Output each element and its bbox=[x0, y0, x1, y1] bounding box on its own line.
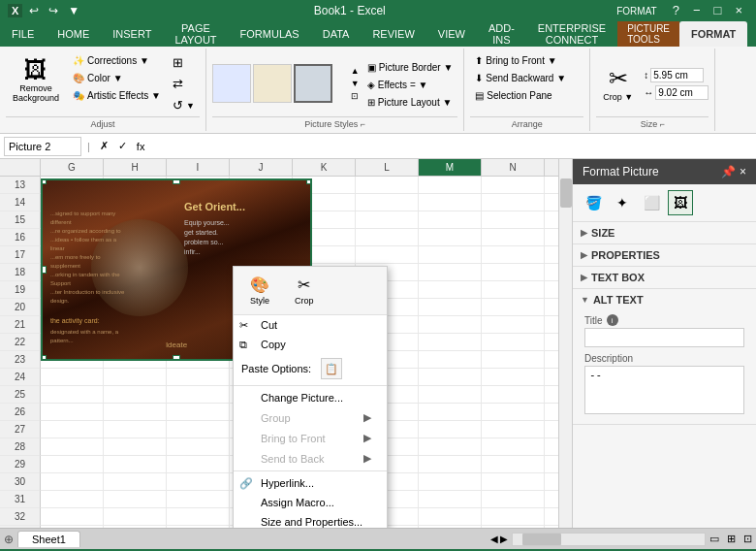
resize-handle-top-left[interactable] bbox=[41, 178, 47, 184]
context-crop-button[interactable]: ✂ Crop bbox=[286, 271, 323, 310]
row-header-24[interactable]: 24 bbox=[0, 369, 41, 386]
context-style-button[interactable]: 🎨 Style bbox=[241, 271, 278, 310]
maximize-button[interactable]: □ bbox=[709, 0, 728, 21]
tab-insert[interactable]: INSERT bbox=[101, 21, 163, 47]
panel-close-button[interactable]: × bbox=[740, 165, 746, 178]
close-button[interactable]: × bbox=[729, 0, 748, 21]
style-1[interactable] bbox=[212, 64, 251, 103]
cell-n13[interactable] bbox=[482, 177, 545, 194]
row-header-28[interactable]: 28 bbox=[0, 438, 41, 456]
row-header-14[interactable]: 14 bbox=[0, 194, 41, 211]
page-layout-view-button[interactable]: ⊞ bbox=[723, 533, 740, 545]
bring-to-front-button[interactable]: ⬆ Bring to Front ▼ bbox=[470, 52, 571, 69]
row-header-31[interactable]: 31 bbox=[0, 491, 41, 508]
row-header-26[interactable]: 26 bbox=[0, 404, 41, 421]
title-info-icon[interactable]: i bbox=[607, 314, 618, 326]
quick-access-button[interactable]: ▼ bbox=[65, 4, 82, 17]
help-button[interactable]: ? bbox=[667, 0, 685, 21]
user-name[interactable]: FORMAT bbox=[616, 6, 664, 16]
styles-more-button[interactable]: ⊡ bbox=[350, 90, 361, 102]
send-backward-button[interactable]: ⬇ Send Backward ▼ bbox=[470, 70, 571, 86]
v-scrollbar-thumb[interactable] bbox=[560, 178, 572, 208]
insert-function-button[interactable]: fx bbox=[133, 139, 149, 153]
corrections-button[interactable]: ✨ Corrections ▼ bbox=[68, 52, 166, 69]
confirm-formula-button[interactable]: ✓ bbox=[114, 139, 131, 153]
add-sheet-button[interactable]: ⊕ bbox=[0, 533, 17, 546]
resize-handle-bottom-center[interactable] bbox=[173, 355, 180, 361]
width-input[interactable] bbox=[655, 85, 709, 100]
tab-home[interactable]: HOME bbox=[46, 21, 101, 47]
selection-pane-button[interactable]: ▤ Selection Pane bbox=[470, 87, 571, 104]
ctx-size-properties[interactable]: Size and Properties... bbox=[234, 512, 387, 528]
ribbon-collapse-button[interactable]: ▲ bbox=[747, 25, 756, 47]
tab-view[interactable]: VIEW bbox=[426, 21, 477, 47]
col-header-h[interactable]: H bbox=[104, 159, 167, 176]
col-header-i[interactable]: I bbox=[167, 159, 230, 176]
resize-handle-top-right[interactable] bbox=[306, 178, 312, 184]
textbox-section-header[interactable]: TEXT BOX bbox=[573, 267, 756, 288]
tab-add-ins[interactable]: ADD-INS bbox=[477, 21, 526, 47]
ctx-hyperlink[interactable]: 🔗 Hyperlink... bbox=[234, 473, 387, 493]
minimize-button[interactable]: − bbox=[687, 0, 707, 21]
panel-icon-fill[interactable]: 🪣 bbox=[581, 190, 606, 215]
tab-page-layout[interactable]: PAGE LAYOUT bbox=[163, 21, 228, 47]
compress-pictures-button[interactable]: ⊞ bbox=[168, 52, 200, 73]
ctx-cut[interactable]: ✂ Cut bbox=[234, 315, 387, 335]
row-header-32[interactable]: 32 bbox=[0, 508, 41, 526]
ctx-assign-macro[interactable]: Assign Macro... bbox=[234, 493, 387, 512]
formula-input[interactable] bbox=[152, 141, 752, 152]
ctx-send-back[interactable]: Send to Back ▶ bbox=[234, 448, 387, 469]
row-header-23[interactable]: 23 bbox=[0, 351, 41, 369]
picture-layout-button[interactable]: ⊞ Picture Layout ▼ bbox=[362, 94, 458, 111]
size-section-header[interactable]: SIZE bbox=[573, 222, 756, 243]
picture-border-button[interactable]: ▣ Picture Border ▼ bbox=[362, 59, 458, 76]
row-header-19[interactable]: 19 bbox=[0, 281, 41, 299]
row-header-21[interactable]: 21 bbox=[0, 316, 41, 334]
horizontal-scrollbar[interactable] bbox=[512, 533, 706, 546]
resize-handle-bottom-left[interactable] bbox=[41, 355, 47, 361]
scroll-right-button[interactable]: ▶ bbox=[500, 534, 508, 544]
resize-handle-middle-left[interactable] bbox=[41, 266, 47, 274]
col-header-g[interactable]: G bbox=[41, 159, 104, 176]
tab-enterprise[interactable]: ENTERPRISE CONNECT bbox=[526, 21, 617, 47]
row-header-25[interactable]: 25 bbox=[0, 386, 41, 404]
cell-m13[interactable] bbox=[419, 177, 482, 194]
tab-file[interactable]: FILE bbox=[0, 21, 46, 47]
row-header-29[interactable]: 29 bbox=[0, 456, 41, 473]
cell-l13[interactable] bbox=[356, 177, 419, 194]
cancel-formula-button[interactable]: ✗ bbox=[96, 139, 112, 153]
tab-data[interactable]: DATA bbox=[311, 21, 362, 47]
height-input[interactable] bbox=[650, 68, 704, 82]
style-2[interactable] bbox=[253, 64, 292, 103]
row-header-18[interactable]: 18 bbox=[0, 264, 41, 281]
ctx-copy[interactable]: ⧉ Copy bbox=[234, 335, 387, 354]
h-scrollbar-thumb[interactable] bbox=[522, 534, 561, 545]
col-header-k[interactable]: K bbox=[293, 159, 356, 176]
ctx-paste[interactable]: Paste Options: 📋 bbox=[234, 354, 387, 383]
remove-background-button[interactable]: 🖼 RemoveBackground bbox=[6, 50, 66, 109]
col-header-n[interactable]: N bbox=[482, 159, 545, 176]
styles-down-button[interactable]: ▼ bbox=[350, 78, 361, 89]
panel-icon-picture[interactable]: 🖼 bbox=[668, 190, 693, 215]
row-header-27[interactable]: 27 bbox=[0, 421, 41, 438]
name-box[interactable] bbox=[4, 137, 81, 156]
undo-button[interactable]: ↩ bbox=[26, 4, 42, 17]
row-header-20[interactable]: 20 bbox=[0, 299, 41, 316]
ctx-group[interactable]: Group ▶ bbox=[234, 407, 387, 428]
artistic-effects-button[interactable]: 🎭 Artistic Effects ▼ bbox=[68, 87, 166, 104]
col-header-m[interactable]: M bbox=[419, 159, 482, 176]
properties-section-header[interactable]: PROPERTIES bbox=[573, 244, 756, 266]
resize-handle-top-center[interactable] bbox=[173, 178, 180, 184]
styles-up-button[interactable]: ▲ bbox=[350, 65, 361, 77]
picture-effects-button[interactable]: ◈ Effects = ▼ bbox=[362, 77, 458, 93]
tab-format[interactable]: FORMAT bbox=[679, 21, 747, 47]
scroll-left-button[interactable]: ◀ bbox=[490, 534, 498, 544]
sheet-tab-1[interactable]: Sheet1 bbox=[17, 531, 80, 547]
color-button[interactable]: 🎨 Color ▼ bbox=[68, 70, 166, 86]
row-header-17[interactable]: 17 bbox=[0, 246, 41, 264]
alt-text-description-input[interactable]: -- bbox=[584, 366, 744, 414]
normal-view-button[interactable]: ▭ bbox=[706, 533, 723, 545]
panel-pin-button[interactable]: 📌 bbox=[721, 165, 736, 178]
row-header-33[interactable]: 33 bbox=[0, 526, 41, 528]
row-header-13[interactable]: 13 bbox=[0, 177, 41, 194]
